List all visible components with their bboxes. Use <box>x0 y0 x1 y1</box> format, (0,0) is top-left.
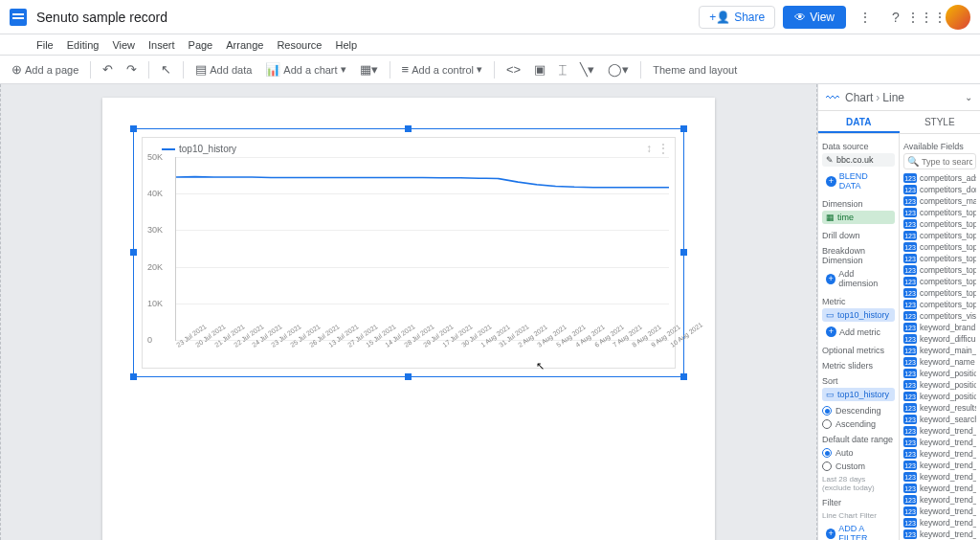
apps-icon[interactable]: ⋮⋮⋮ <box>915 6 938 29</box>
field-item[interactable]: 123competitors_top3 <box>903 241 976 253</box>
field-item[interactable]: 123keyword_position_pre <box>903 379 976 391</box>
add-filter-button[interactable]: +ADD A FILTER <box>822 522 895 540</box>
menu-page[interactable]: Page <box>189 39 213 51</box>
share-button[interactable]: +👤Share <box>699 6 775 29</box>
more-options-icon[interactable]: ⋮ <box>854 6 877 29</box>
field-item[interactable]: 123keyword_position <box>903 368 976 379</box>
add-metric-button[interactable]: +Add metric <box>822 325 895 339</box>
field-item[interactable]: 123competitors_visibility <box>903 310 976 322</box>
menu-editing[interactable]: Editing <box>67 39 100 51</box>
metric-icon: ▭ <box>826 390 835 399</box>
field-item[interactable]: 123keyword_brand <box>903 322 976 333</box>
field-item[interactable]: 123competitors_top3_old <box>903 264 976 276</box>
shape-icon: ◯▾ <box>608 62 629 77</box>
resize-handle[interactable] <box>405 373 412 380</box>
redo-button[interactable]: ↷ <box>121 59 143 79</box>
field-item[interactable]: 123competitors_ads_equ <box>903 172 976 184</box>
field-item[interactable]: 123keyword_searches <box>903 414 976 425</box>
community-viz-button[interactable]: ▦▾ <box>354 59 384 79</box>
chart-icon: 📊 <box>265 62 280 77</box>
help-icon[interactable]: ? <box>884 6 907 29</box>
menu-arrange[interactable]: Arrange <box>226 39 263 51</box>
field-item[interactable]: 123keyword_trend_12 <box>903 460 976 471</box>
field-item[interactable]: 123competitors_main_do <box>903 195 976 207</box>
add-dimension-button[interactable]: +Add dimension <box>822 267 895 290</box>
resize-handle[interactable] <box>405 125 412 132</box>
resize-handle[interactable] <box>680 249 687 256</box>
field-item[interactable]: 123keyword_trend_4 <box>903 494 976 506</box>
sort-chip[interactable]: ▭top10_history <box>822 388 895 401</box>
select-tool[interactable]: ↖ <box>155 59 177 79</box>
doc-title[interactable]: Senuto sample record <box>36 10 167 25</box>
view-button[interactable]: 👁View <box>783 6 846 29</box>
field-item[interactable]: 123keyword_trend_1 <box>903 425 976 437</box>
add-chart-button[interactable]: 📊Add a chart ▾ <box>259 59 351 79</box>
data-source-chip[interactable]: ✎bbc.co.uk <box>822 153 895 167</box>
url-embed-button[interactable]: <> <box>501 59 526 79</box>
field-item[interactable]: 123keyword_trend_2 <box>903 471 976 483</box>
add-page-button[interactable]: ⊕Add a page <box>6 59 84 79</box>
user-avatar[interactable] <box>946 5 970 30</box>
field-item[interactable]: 123keyword_trend_5 <box>903 506 976 517</box>
field-item[interactable]: 123competitors_top10 <box>903 207 976 218</box>
plus-icon: + <box>826 326 836 337</box>
field-item[interactable]: 123competitors_top10_di <box>903 218 976 230</box>
theme-button[interactable]: Theme and layout <box>647 61 743 79</box>
metric-chip[interactable]: ▭top10_history <box>822 308 895 322</box>
chart-sort-icon[interactable]: ↕ <box>646 142 652 155</box>
image-button[interactable]: ▣ <box>528 59 551 79</box>
menu-insert[interactable]: Insert <box>148 39 175 51</box>
field-item[interactable]: 123competitors_top50_ol <box>903 299 976 310</box>
resize-handle[interactable] <box>130 249 137 256</box>
field-item[interactable]: 123keyword_trend_6 <box>903 517 976 529</box>
resize-handle[interactable] <box>130 373 137 380</box>
field-item[interactable]: 123keyword_trend_3 <box>903 483 976 494</box>
field-item[interactable]: 123keyword_difficulty <box>903 333 976 345</box>
resize-handle[interactable] <box>680 373 687 380</box>
add-control-button[interactable]: ≡Add a control ▾ <box>396 59 488 79</box>
field-item[interactable]: 123competitors_top3_diff <box>903 253 976 264</box>
field-search-input[interactable] <box>922 157 972 167</box>
line-button[interactable]: ╲▾ <box>574 59 600 79</box>
add-data-button[interactable]: ▤Add data <box>189 59 257 79</box>
chart-selection[interactable]: ↕⋮ top10_history 010K20K30K40K50K 23 Jul… <box>133 128 684 377</box>
menu-resource[interactable]: Resource <box>277 39 322 51</box>
field-item[interactable]: 123keyword_results_coun <box>903 402 976 414</box>
field-item[interactable]: 123keyword_main_domai <box>903 345 976 356</box>
field-item[interactable]: 123keyword_trend_7 <box>903 529 976 540</box>
field-item[interactable]: 123keyword_name <box>903 356 976 368</box>
date-auto[interactable]: Auto <box>822 446 895 460</box>
field-type-icon: 123 <box>903 449 917 459</box>
field-search[interactable]: 🔍 <box>903 153 976 169</box>
sort-ascending[interactable]: Ascending <box>822 417 895 431</box>
tab-style[interactable]: STYLE <box>900 111 981 133</box>
text-button[interactable]: ⌶ <box>553 59 572 79</box>
field-item[interactable]: 123keyword_trend_10 <box>903 437 976 448</box>
blend-data-button[interactable]: +BLEND DATA <box>822 169 895 192</box>
sort-descending[interactable]: Descending <box>822 404 895 417</box>
field-item[interactable]: 123competitors_top10_ol <box>903 230 976 241</box>
chart-more-icon[interactable]: ⋮ <box>657 142 669 155</box>
menu-view[interactable]: View <box>112 39 135 51</box>
resize-handle[interactable] <box>680 125 687 132</box>
menu-file[interactable]: File <box>36 39 54 51</box>
radio-icon <box>822 448 832 458</box>
field-item[interactable]: 123keyword_position_yes <box>903 391 976 402</box>
field-item[interactable]: 123competitors_top50 <box>903 276 976 287</box>
chart-legend: top10_history <box>162 144 236 154</box>
canvas[interactable]: ↕⋮ top10_history 010K20K30K40K50K 23 Jul… <box>0 84 817 540</box>
report-page[interactable]: ↕⋮ top10_history 010K20K30K40K50K 23 Jul… <box>102 98 715 540</box>
field-item[interactable]: 123competitors_top50_di <box>903 287 976 299</box>
tab-data[interactable]: DATA <box>818 111 900 133</box>
date-custom[interactable]: Custom <box>822 460 895 473</box>
resize-handle[interactable] <box>130 125 137 132</box>
breadcrumb[interactable]: Chart›Line <box>845 91 904 104</box>
search-icon: 🔍 <box>907 156 919 167</box>
field-item[interactable]: 123keyword_trend_11 <box>903 448 976 460</box>
shape-button[interactable]: ◯▾ <box>602 59 635 79</box>
chevron-down-icon[interactable]: ⌄ <box>965 92 972 102</box>
dimension-chip[interactable]: ▦time <box>822 211 895 224</box>
menu-help[interactable]: Help <box>335 39 357 51</box>
field-item[interactable]: 123competitors_domain_ <box>903 184 976 195</box>
undo-button[interactable]: ↶ <box>97 59 119 79</box>
